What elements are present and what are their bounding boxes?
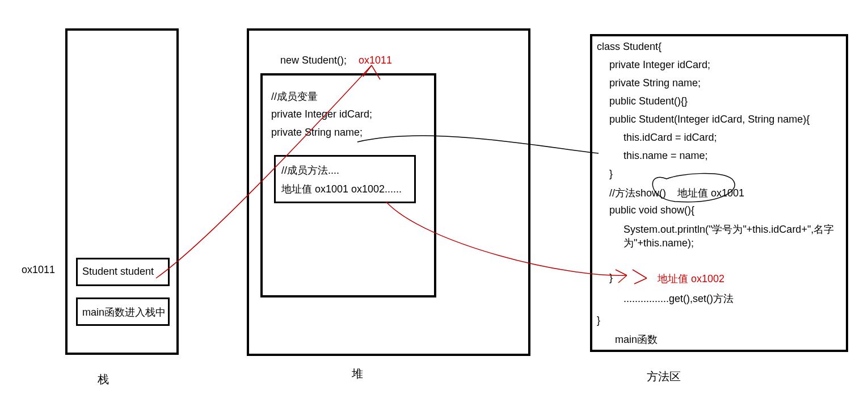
heap-comment-methods: //成员方法.... (281, 164, 339, 177)
ma-addr1: 地址值 ox1001 (677, 186, 744, 200)
heap-box: new Student(); ox1011 //成员变量 private Int… (247, 28, 530, 356)
ma-line5: public Student(Integer idCard, String na… (609, 114, 810, 125)
ma-line10: public void show(){ (609, 204, 694, 216)
stack-main-frame-box: main函数进入栈中 (76, 297, 170, 326)
ma-addr2: 地址值 ox1002 (658, 272, 724, 286)
method-area-label: 方法区 (647, 369, 681, 384)
ma-line13: ................get(),set()方法 (623, 292, 734, 305)
ma-line14: } (597, 315, 600, 326)
ma-line15: main函数 (615, 333, 658, 346)
ma-line7: this.name = name; (623, 150, 708, 162)
ma-line4: public Student(){} (609, 95, 688, 107)
ma-line8: } (609, 168, 613, 180)
heap-label: 堆 (352, 366, 363, 382)
stack-side-addr: ox1011 (22, 264, 55, 276)
heap-methods-box: //成员方法.... 地址值 ox1001 ox1002...... (274, 155, 416, 203)
heap-field2: private String name; (271, 127, 363, 139)
ma-line12: } (609, 272, 613, 284)
stack-main-frame: main函数进入栈中 (82, 305, 166, 319)
heap-new-student: new Student(); (280, 55, 347, 66)
heap-comment-fields: //成员变量 (271, 90, 318, 103)
ma-line3: private String name; (609, 77, 701, 89)
stack-student-var: Student student (82, 266, 154, 278)
heap-addr-line: 地址值 ox1001 ox1002...... (281, 182, 402, 196)
ma-line1: class Student{ (597, 41, 661, 53)
stack-box: Student student main函数进入栈中 (65, 28, 179, 355)
ma-line6: this.idCard = idCard; (623, 132, 717, 144)
heap-field1: private Integer idCard; (271, 108, 372, 120)
stack-label: 栈 (98, 372, 109, 387)
ma-line2: private Integer idCard; (609, 59, 710, 71)
heap-instance-box: //成员变量 private Integer idCard; private S… (260, 73, 436, 297)
heap-addr: ox1011 (359, 55, 392, 66)
ma-line11: System.out.println("学号为"+this.idCard+",名… (623, 223, 845, 250)
method-area-box: class Student{ private Integer idCard; p… (590, 34, 848, 352)
ma-line9: //方法show() (609, 186, 666, 200)
stack-student-var-box: Student student (76, 258, 170, 286)
